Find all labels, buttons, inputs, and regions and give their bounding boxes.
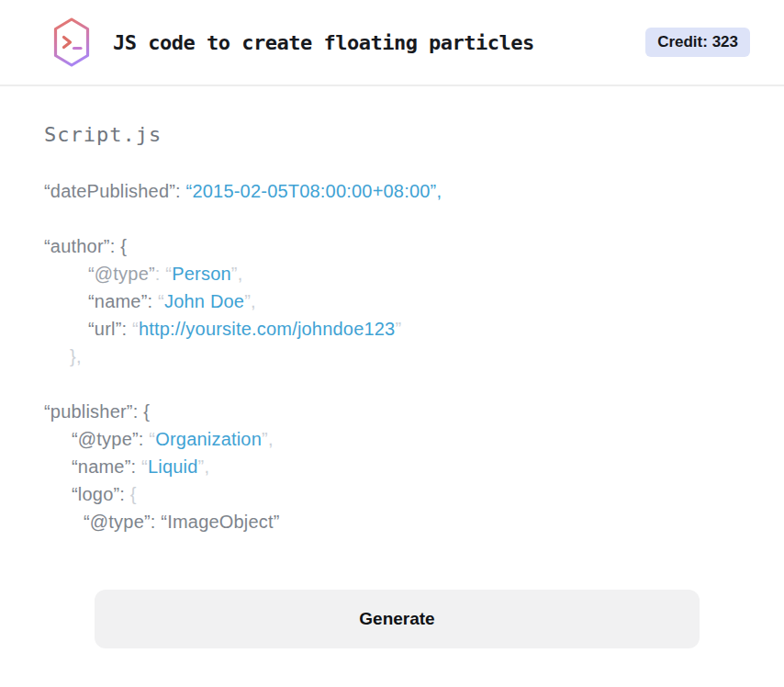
code-block: “datePublished”: “2015-02-05T08:00:00+08… [44, 177, 742, 535]
code-line: “@type”: “ImageObject” [44, 508, 742, 535]
code-line: }, [44, 343, 742, 370]
code-line: “@type”: “Organization”, [44, 425, 742, 453]
generate-button[interactable]: Generate [95, 590, 700, 648]
page-title: JS code to create floating particles [113, 31, 645, 54]
header: JS code to create floating particles Cre… [0, 0, 784, 86]
page: JS code to create floating particles Cre… [0, 0, 784, 687]
code-line: “datePublished”: “2015-02-05T08:00:00+08… [44, 177, 742, 205]
code-line: “author”: { [44, 232, 742, 260]
code-line: “publisher”: { [44, 398, 742, 425]
code-line: “name”: “John Doe”, [44, 287, 742, 315]
main-content: Script.js “datePublished”: “2015-02-05T0… [0, 86, 784, 648]
code-line [44, 370, 742, 398]
code-line [44, 205, 742, 232]
code-line: “name”: “Liquid”, [44, 453, 742, 480]
code-line: “url”: “http://yoursite.com/johndoe123” [44, 315, 742, 343]
button-row: Generate [44, 590, 742, 648]
file-name: Script.js [44, 123, 742, 146]
code-line: “logo”: { [44, 480, 742, 508]
credit-badge: Credit: 323 [645, 28, 750, 57]
code-line: “@type”: “Person”, [44, 260, 742, 287]
terminal-prompt-hexagon-icon [52, 17, 91, 67]
